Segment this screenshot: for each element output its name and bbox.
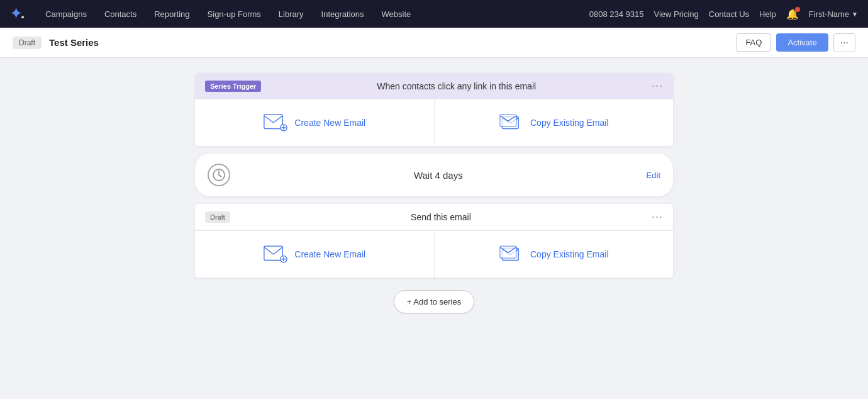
trigger-copy-existing-email-button[interactable]: Copy Existing Email [435, 99, 674, 146]
wait-card: Wait 4 days Edit [195, 154, 673, 196]
send-draft-badge: Draft [205, 211, 230, 223]
trigger-more-icon[interactable]: ··· [652, 79, 663, 93]
send-description: Send this email [236, 212, 645, 222]
send-copy-existing-email-label: Copy Existing Email [530, 249, 609, 259]
send-copy-existing-email-button[interactable]: Copy Existing Email [435, 231, 674, 278]
nav-campaigns[interactable]: Campaigns [36, 0, 96, 28]
copy-existing-email-label: Copy Existing Email [530, 118, 609, 128]
trigger-description: When contacts click any link in this ema… [267, 81, 645, 91]
svg-rect-0 [264, 115, 282, 128]
series-trigger-badge: Series Trigger [205, 81, 261, 92]
create-email-icon [263, 113, 288, 132]
nav-reporting[interactable]: Reporting [145, 0, 198, 28]
send-header: Draft Send this email ··· [195, 204, 673, 230]
nav-integrations[interactable]: Integrations [313, 0, 373, 28]
chevron-down-icon: ▼ [852, 11, 858, 18]
nav-contacts[interactable]: Contacts [96, 0, 145, 28]
svg-rect-9 [264, 246, 282, 260]
nav-right: 0808 234 9315 View Pricing Contact Us He… [589, 8, 858, 20]
navbar: ✦. Campaigns Contacts Reporting Sign-up … [0, 0, 868, 28]
more-options-button[interactable]: ··· [833, 33, 855, 52]
subnav-actions: FAQ Activate ··· [736, 33, 855, 52]
notification-dot [795, 7, 800, 12]
subnav: Draft Test Series FAQ Activate ··· [0, 28, 868, 58]
send-create-email-icon [263, 245, 288, 264]
nav-links: Campaigns Contacts Reporting Sign-up For… [36, 0, 589, 28]
faq-button[interactable]: FAQ [736, 33, 771, 52]
send-card: Draft Send this email ··· Create New Ema… [195, 204, 673, 278]
clock-icon [208, 164, 230, 186]
notification-bell-icon[interactable]: 🔔 [786, 8, 799, 20]
svg-line-8 [219, 175, 221, 177]
svg-rect-14 [500, 246, 516, 258]
phone-number: 0808 234 9315 [589, 9, 644, 19]
help-link[interactable]: Help [759, 9, 776, 19]
edit-wait-link[interactable]: Edit [647, 171, 660, 180]
trigger-create-new-email-button[interactable]: Create New Email [195, 99, 435, 146]
logo[interactable]: ✦. [10, 6, 24, 22]
main-content: Series Trigger When contacts click any l… [0, 58, 868, 399]
draft-badge: Draft [13, 37, 42, 49]
nav-website[interactable]: Website [373, 0, 420, 28]
add-to-series-button[interactable]: + Add to series [394, 290, 474, 313]
contact-us-link[interactable]: Contact Us [709, 9, 749, 19]
send-create-new-email-button[interactable]: Create New Email [195, 231, 435, 278]
nav-library[interactable]: Library [270, 0, 313, 28]
svg-rect-5 [500, 115, 516, 126]
send-more-icon[interactable]: ··· [652, 210, 663, 223]
user-menu[interactable]: First-Name ▼ [809, 9, 858, 19]
nav-signup-forms[interactable]: Sign-up Forms [199, 0, 270, 28]
activate-button[interactable]: Activate [776, 33, 828, 52]
send-email-row: Create New Email Copy Existing Email [195, 230, 673, 278]
trigger-email-row: Create New Email Copy Existing Email [195, 99, 673, 146]
copy-email-icon [499, 113, 524, 132]
trigger-card: Series Trigger When contacts click any l… [195, 73, 673, 146]
series-title: Test Series [49, 37, 99, 48]
send-create-new-email-label: Create New Email [294, 249, 365, 259]
wait-description: Wait 4 days [239, 170, 638, 181]
user-name: First-Name [809, 9, 849, 19]
send-copy-email-icon [499, 245, 524, 264]
create-new-email-label: Create New Email [294, 118, 365, 128]
view-pricing-link[interactable]: View Pricing [654, 9, 698, 19]
trigger-header: Series Trigger When contacts click any l… [195, 73, 673, 99]
